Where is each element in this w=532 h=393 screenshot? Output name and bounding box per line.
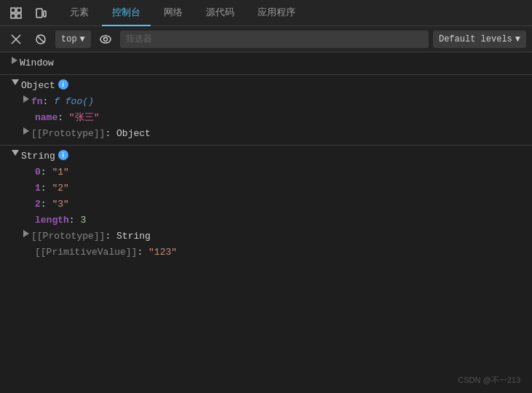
length-key: length	[35, 214, 69, 227]
object-info-badge: i	[58, 79, 68, 90]
fn-expand-arrow[interactable]	[23, 95, 29, 103]
tab-sources[interactable]: 源代码	[196, 0, 245, 26]
primitive-key: [[PrimitiveValue]]	[35, 246, 137, 259]
svg-rect-5	[44, 11, 46, 17]
string-proto-entry[interactable]: [[Prototype]] : String	[0, 229, 532, 245]
divider-2	[0, 145, 532, 146]
object-expand-arrow[interactable]	[12, 79, 19, 85]
s0-value: "1"	[52, 166, 68, 179]
object-proto-entry[interactable]: [[Prototype]] : Object	[0, 126, 532, 142]
string-1-entry: 1 : "2"	[0, 180, 532, 196]
string-proto-colon: :	[105, 230, 116, 243]
tab-bar: 元素 控制台 网络 源代码 应用程序	[0, 0, 532, 26]
primitive-value: "123"	[148, 246, 177, 259]
divider-1	[0, 74, 532, 75]
tab-application[interactable]: 应用程序	[247, 0, 306, 26]
name-value: "张三"	[69, 111, 100, 124]
dev-icons	[6, 3, 51, 23]
levels-label: Default levels	[439, 34, 512, 44]
s1-colon: :	[41, 182, 52, 195]
tab-network[interactable]: 网络	[154, 0, 193, 26]
eye-icon[interactable]	[95, 29, 116, 49]
svg-rect-1	[17, 8, 21, 12]
svg-rect-2	[11, 14, 15, 18]
tab-console[interactable]: 控制台	[102, 0, 151, 26]
proto-expand-arrow[interactable]	[23, 127, 29, 135]
svg-point-11	[103, 37, 107, 41]
svg-rect-0	[11, 8, 15, 12]
s0-key: 0	[35, 166, 41, 179]
context-dropdown-icon: ▼	[80, 34, 85, 44]
string-entry[interactable]: String i	[0, 148, 532, 164]
clear-console-button[interactable]	[6, 29, 26, 49]
name-colon: :	[57, 111, 69, 124]
context-label: top	[61, 34, 77, 44]
proto-value: Object	[116, 127, 151, 140]
svg-rect-3	[17, 14, 21, 18]
string-proto-key: [[Prototype]]	[31, 230, 105, 243]
levels-dropdown-icon: ▼	[515, 34, 520, 44]
window-label: Window	[20, 57, 54, 70]
string-proto-value: String	[116, 230, 151, 243]
s2-value: "3"	[52, 198, 68, 211]
string-label: String	[21, 150, 55, 163]
length-value: 3	[80, 214, 86, 227]
svg-line-9	[37, 36, 44, 43]
name-key: name	[35, 111, 57, 124]
object-label: Object	[21, 79, 55, 92]
string-0-entry: 0 : "1"	[0, 164, 532, 180]
window-expand-arrow[interactable]	[12, 57, 17, 64]
s2-colon: :	[41, 198, 52, 211]
window-entry[interactable]: Window	[0, 55, 532, 71]
console-content: Window Object i fn : f foo() name : "张三"…	[0, 52, 532, 393]
block-icon[interactable]	[31, 29, 51, 49]
device-icon[interactable]	[31, 3, 51, 23]
toolbar: top ▼ Default levels ▼	[0, 26, 532, 52]
proto-colon: :	[105, 127, 116, 140]
svg-rect-4	[36, 9, 42, 17]
length-colon: :	[69, 214, 81, 227]
string-2-entry: 2 : "3"	[0, 196, 532, 213]
filter-input[interactable]	[120, 31, 429, 48]
s1-value: "2"	[52, 182, 68, 195]
object-entry[interactable]: Object i	[0, 78, 532, 94]
s0-colon: :	[41, 166, 52, 179]
fn-colon: :	[43, 95, 55, 108]
primitive-value-entry: [[PrimitiveValue]] : "123"	[0, 245, 532, 261]
string-expand-arrow[interactable]	[12, 150, 19, 156]
string-info-badge: i	[58, 150, 68, 160]
proto-key: [[Prototype]]	[31, 127, 105, 140]
primitive-colon: :	[137, 246, 148, 259]
inspect-icon[interactable]	[6, 3, 26, 23]
svg-point-10	[100, 36, 111, 43]
fn-value: f foo()	[54, 95, 94, 108]
fn-key: fn	[31, 95, 43, 108]
string-length-entry: length : 3	[0, 213, 532, 229]
tab-elements[interactable]: 元素	[60, 0, 99, 26]
object-name-entry: name : "张三"	[0, 110, 532, 126]
object-fn-entry[interactable]: fn : f foo()	[0, 94, 532, 110]
watermark: CSDN @不一213	[458, 375, 520, 386]
context-selector[interactable]: top ▼	[55, 31, 91, 48]
s1-key: 1	[35, 182, 41, 195]
levels-selector[interactable]: Default levels ▼	[433, 31, 526, 48]
s2-key: 2	[35, 198, 41, 211]
string-proto-arrow[interactable]	[23, 230, 29, 237]
